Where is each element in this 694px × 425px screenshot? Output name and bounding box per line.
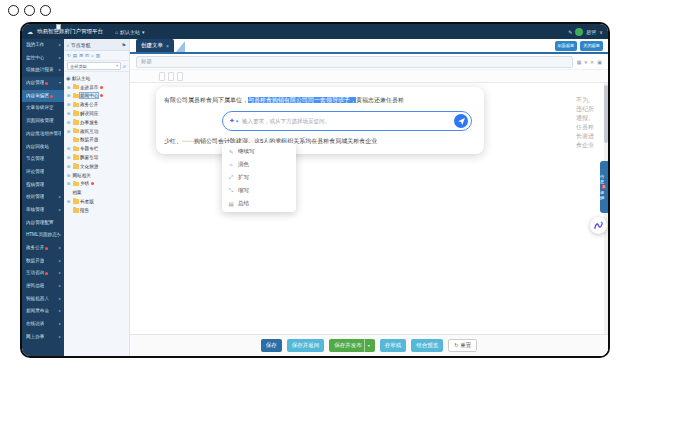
node-toggle-icon[interactable]: ⊕ [66, 155, 71, 160]
tree-tool-icon[interactable]: ↻ [67, 53, 71, 58]
action-button[interactable]: ↻ 重置 [448, 339, 477, 352]
dropdown-caret-icon[interactable]: ▾ [364, 339, 370, 352]
tree-node[interactable]: 数据开放 [66, 136, 128, 145]
collapse-panel-icon[interactable]: ‹ [67, 42, 69, 48]
ai-assistant-launcher-button[interactable] [590, 217, 607, 234]
ai-menu-item[interactable]: ⤡ 缩写 [222, 184, 296, 197]
editor-toolbar-icon[interactable] [159, 72, 165, 81]
ai-menu-item[interactable]: ✧ 润色 [222, 158, 296, 171]
sidebar-item[interactable]: 政务公开 ▸ [22, 242, 64, 255]
sidebar-item[interactable]: HTML页面静态生成 ▸ [22, 229, 64, 242]
node-toggle-icon[interactable]: ⊕ [66, 120, 71, 125]
editor-toolbar-icon[interactable] [168, 72, 174, 81]
sidebar-item[interactable]: 在线访谈 ▸ [22, 318, 64, 331]
sidebar-item[interactable]: 互动咨询 ▸ [22, 267, 64, 280]
node-toggle-icon[interactable]: ⊕ [66, 85, 71, 90]
editor-toolbar-icon[interactable] [177, 72, 183, 81]
node-toggle-icon[interactable]: ⊕ [66, 164, 71, 169]
sidebar-item[interactable]: 智能机器人 ▸ [22, 293, 64, 306]
tree-node[interactable]: ⊕ 新闻中心 [66, 92, 128, 101]
sidebar-item[interactable]: 内容管理配置 [22, 217, 64, 230]
sidebar-item[interactable]: 新闻发布会 ▸ [22, 305, 64, 318]
sidebar-item[interactable]: 网上办事 ▸ [22, 331, 64, 344]
site-icon: ◉ [66, 75, 70, 81]
edit-icon[interactable]: ✎ [568, 29, 572, 35]
ai-menu-item[interactable]: ▤ 总结 [222, 197, 296, 210]
action-button[interactable]: 组合预览 [411, 339, 443, 352]
message-reminder-tab[interactable]: 信息 6 提醒 [600, 161, 608, 213]
ai-menu-item[interactable]: ✎ 继续写 [222, 145, 296, 158]
title-tool-icon[interactable]: ▦ [577, 59, 582, 65]
tree-node[interactable]: ⊕ 政民互动 [66, 127, 128, 136]
minimize-window-icon[interactable] [24, 5, 35, 16]
tree-node[interactable]: ◉ 默认主站 [66, 74, 128, 83]
tree-tool-icon[interactable]: ⊟ [85, 53, 89, 58]
sidebar-item[interactable]: 绩效统计报表 ▸ [22, 64, 64, 77]
tab-action-button[interactable]: 关闭标签 [580, 41, 603, 51]
node-toggle-icon[interactable]: ⊕ [66, 129, 71, 134]
tree-tool-icon[interactable]: ▥ [96, 53, 100, 58]
maximize-window-icon[interactable] [40, 5, 51, 16]
node-toggle-icon[interactable]: ⊕ [66, 146, 71, 151]
tree-tool-icon[interactable]: ⌂ [91, 53, 94, 58]
pin-icon[interactable]: ⚑ [122, 42, 126, 48]
tree-node[interactable]: ⊕ 政务公开 [66, 100, 128, 109]
sidebar-item[interactable]: 内容管理 ▾ [22, 77, 64, 90]
node-toggle-icon[interactable]: ⊕ [66, 181, 71, 186]
node-toggle-icon[interactable]: ⊕ [66, 93, 71, 98]
avatar[interactable] [575, 28, 583, 36]
ai-send-button[interactable] [454, 114, 468, 128]
sidebar-item[interactable]: 审核管理 ▸ [22, 204, 64, 217]
sidebar-item[interactable]: 页面回收管理 [22, 115, 64, 128]
tree-node[interactable]: ⊕ 专题专栏 [66, 144, 128, 153]
tree-tool-icon[interactable]: ⊞ [79, 53, 83, 58]
sidebar-item[interactable]: 校对管理 ▸ [22, 191, 64, 204]
sidebar-item[interactable]: 评论管理 [22, 166, 64, 179]
close-window-icon[interactable] [8, 5, 19, 16]
node-toggle-icon[interactable]: ⊕ [66, 199, 71, 204]
user-name[interactable]: 超管 [586, 29, 596, 35]
node-toggle-icon[interactable]: ⊕ [66, 173, 71, 178]
tree-node[interactable]: ⊕ 飘窗引导 [66, 153, 128, 162]
tree-tool-icon[interactable]: ▤ [73, 53, 77, 58]
sidebar-item[interactable]: 便民信箱 ▸ [22, 280, 64, 293]
tab-action-button[interactable]: 刷新标签 [555, 41, 578, 51]
close-tab-icon[interactable]: × [166, 43, 169, 49]
action-button[interactable]: 保存并返回 [287, 339, 325, 352]
action-button[interactable]: 保存并发布 ▾ [329, 339, 375, 352]
title-input[interactable]: 标题 [136, 56, 573, 68]
tree-node[interactable]: ⊕ 长者版 [66, 197, 128, 206]
title-tool-icon[interactable]: ✕ [590, 59, 594, 65]
sidebar-item[interactable]: 内容推送组件管理 [22, 128, 64, 141]
tree-node[interactable]: 报告 [66, 206, 128, 215]
node-type-select[interactable]: 全部类型 ▾ [67, 62, 121, 70]
sidebar-item[interactable]: 内容采编区 [22, 90, 64, 103]
search-icon[interactable]: ⌕ [123, 63, 126, 70]
sidebar-item[interactable]: 数据开放 ▸ [22, 255, 64, 268]
tree-node[interactable]: ⊕ 文化旅游 [66, 162, 128, 171]
sidebar-item[interactable]: 我的工作 ▸ [22, 39, 64, 52]
node-toggle-icon[interactable]: ⊕ [66, 102, 71, 107]
site-selector[interactable]: ⌂ 默认主站 ▾ [115, 29, 145, 35]
editor-canvas[interactable]: 不为。违纪所通报。任县粮长谢进食企业 有限公司属县粮食局下属单位，与县粮食购销有… [130, 83, 608, 334]
tree-node[interactable]: ⊕ 办事服务 [66, 118, 128, 127]
sidebar-item[interactable]: 节点管理 [22, 153, 64, 166]
tree-node[interactable]: ⊕ 解读回应 [66, 109, 128, 118]
node-toggle-icon[interactable]: ⊕ [66, 111, 71, 116]
tree-node[interactable]: ⊕ 乡镇 [66, 180, 128, 189]
sidebar-item[interactable]: 监控中心 ▸ [22, 52, 64, 65]
ai-prompt-input[interactable]: ✦✦ 输入要求，或从下方选择场景提问。 [222, 111, 472, 131]
sidebar-item[interactable]: 文章等级评定 [22, 102, 64, 115]
tab-create-article[interactable]: 创建文章 × [136, 39, 174, 52]
action-button[interactable]: 存草稿 [380, 339, 407, 352]
sidebar-item[interactable]: 投稿管理 [22, 179, 64, 192]
tree-node[interactable]: ⊕ 走进县市 [66, 83, 128, 92]
ai-menu-item[interactable]: ⤢ 扩写 [222, 171, 296, 184]
title-tool-icon[interactable]: ▾ [585, 59, 588, 65]
tree-node[interactable]: 档案 [66, 188, 128, 197]
sidebar-item[interactable]: 内容回收站 [22, 141, 64, 154]
tree-node[interactable]: ⊕ 网站相关 [66, 171, 128, 180]
scrollbar-thumb[interactable] [604, 85, 608, 143]
title-tool-icon[interactable]: ▣ [597, 59, 602, 65]
action-button[interactable]: 保存 [261, 339, 282, 352]
